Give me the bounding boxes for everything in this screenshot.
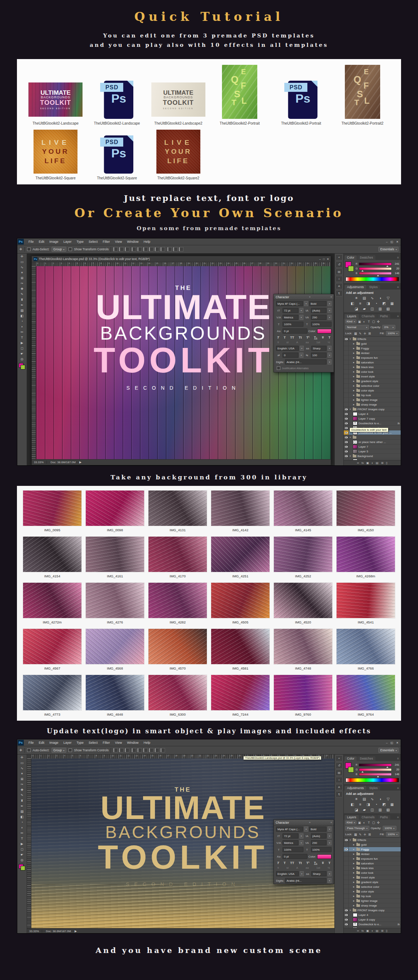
distribute-icon[interactable] bbox=[131, 748, 136, 752]
crop-tool[interactable]: ⊞ bbox=[19, 275, 25, 281]
align-icon[interactable] bbox=[119, 748, 124, 752]
align-icon[interactable] bbox=[125, 748, 129, 752]
adj-curves-icon[interactable]: ∿ bbox=[370, 797, 375, 801]
tracking-field[interactable]: 290 bbox=[311, 840, 327, 845]
library-thumbnail[interactable] bbox=[148, 628, 207, 665]
layer-visibility-toggle[interactable] bbox=[344, 383, 349, 388]
me-setting-field[interactable]: 0 bbox=[282, 353, 298, 358]
adj-brightness-icon[interactable]: ☀ bbox=[354, 296, 359, 300]
expand-arrow-icon[interactable] bbox=[349, 338, 352, 340]
library-item[interactable]: IMG_6300 bbox=[148, 675, 207, 716]
filter-smart-objects-icon[interactable]: ✜ bbox=[376, 821, 380, 824]
expand-arrow-icon[interactable] bbox=[353, 881, 355, 883]
font-style-field[interactable]: Bold bbox=[309, 827, 327, 832]
distribute-icon[interactable] bbox=[149, 247, 153, 251]
layer-row[interactable]: Effects bbox=[344, 838, 401, 842]
marquee-tool[interactable]: ▭ bbox=[19, 259, 25, 265]
library-thumbnail[interactable] bbox=[211, 490, 270, 526]
tab-layers[interactable]: Layers bbox=[345, 815, 359, 820]
underline-icon[interactable]: T bbox=[322, 336, 324, 339]
library-thumbnail[interactable] bbox=[336, 675, 395, 711]
lasso-tool[interactable]: ∿ bbox=[19, 265, 25, 270]
digits-field[interactable]: Arabic (Hi... bbox=[285, 878, 327, 883]
template-landscape2-preview[interactable]: Ps PSD ULTIMATE BACKGROUNDS TOOLKIT SECO… bbox=[148, 64, 209, 125]
template-landscape-psd[interactable]: Ps PSD ULTIMATE BACKGROUNDS TOOLKIT SECO… bbox=[86, 64, 147, 125]
library-thumbnail[interactable] bbox=[148, 582, 207, 619]
filter-type-layers-icon[interactable]: T bbox=[367, 320, 371, 323]
red-slider[interactable] bbox=[359, 262, 392, 266]
layer-visibility-toggle[interactable] bbox=[344, 412, 349, 416]
layer-style-icon[interactable]: fx bbox=[361, 461, 364, 465]
adj-exposure-icon[interactable]: ◑ bbox=[378, 797, 383, 801]
adj-levels-icon[interactable]: ▤ bbox=[362, 296, 367, 300]
distribute-icon[interactable] bbox=[160, 247, 165, 251]
auto-select-checkbox[interactable] bbox=[27, 748, 30, 752]
delete-layer-icon[interactable]: ▯ bbox=[386, 929, 388, 932]
layer-row[interactable]: lighter image bbox=[344, 899, 401, 903]
menu-select[interactable]: Select bbox=[86, 741, 100, 745]
doc-maximize-button[interactable]: □ bbox=[323, 258, 325, 261]
layer-row[interactable]: Layer 7 copy bbox=[344, 416, 401, 421]
horizontal-scale-field[interactable]: 100% bbox=[311, 321, 332, 327]
menu-filter[interactable]: Filter bbox=[100, 741, 112, 745]
layer-row[interactable]: sharp image bbox=[344, 903, 401, 908]
layer-mask-icon[interactable]: ▣ bbox=[366, 929, 369, 932]
library-item[interactable]: IMG_4276 bbox=[85, 582, 145, 624]
distribute-icon[interactable] bbox=[137, 748, 142, 752]
layer-visibility-toggle[interactable] bbox=[344, 355, 349, 360]
clone-stamp-tool[interactable]: ♜ bbox=[19, 798, 25, 803]
tracking-field[interactable]: 290 bbox=[311, 315, 327, 320]
font-style-field[interactable]: Bold bbox=[309, 301, 327, 306]
healing-brush-tool[interactable]: ✚ bbox=[19, 286, 25, 292]
minimize-button[interactable]: – bbox=[386, 240, 388, 243]
adj-threshold-icon[interactable]: ◫ bbox=[370, 808, 375, 812]
menu-window[interactable]: Window bbox=[124, 240, 141, 243]
layer-visibility-toggle[interactable] bbox=[344, 426, 349, 430]
blue-slider[interactable] bbox=[359, 272, 392, 275]
layer-row[interactable]: Foggy bbox=[344, 847, 401, 852]
expand-arrow-icon[interactable] bbox=[353, 853, 355, 855]
new-adjustment-layer-icon[interactable]: ◐ bbox=[372, 461, 373, 465]
expand-arrow-icon[interactable] bbox=[353, 356, 355, 359]
layer-row[interactable]: Doubleclick to e... fx bbox=[344, 922, 401, 927]
menu-file[interactable]: File bbox=[26, 741, 37, 745]
fill-dropdown[interactable]: 100% bbox=[386, 832, 399, 837]
layer-visibility-toggle[interactable] bbox=[344, 861, 349, 865]
adj-gradient-map-icon[interactable]: ▥ bbox=[378, 307, 383, 311]
adj-photo-filter-icon[interactable]: ◔ bbox=[374, 301, 379, 305]
opacity-dropdown[interactable]: 0% bbox=[382, 325, 395, 329]
align-icon[interactable] bbox=[113, 247, 118, 251]
distribute-icon[interactable] bbox=[149, 748, 153, 752]
foreground-background-swatches[interactable] bbox=[19, 363, 25, 369]
font-style-dropdown[interactable]: ▾ bbox=[327, 827, 332, 832]
filter-smart-objects-icon[interactable]: ✜ bbox=[376, 320, 380, 323]
document-title-bar[interactable]: Ps TheUltBGtoolkit2-Landscape.psd @ 33.3… bbox=[32, 256, 331, 262]
layer-row[interactable]: black kiss bbox=[344, 365, 401, 369]
show-transform-checkbox[interactable] bbox=[69, 247, 72, 251]
ot-ordinals-icon[interactable]: 1st bbox=[316, 866, 320, 869]
filter-type-layers-icon[interactable]: T bbox=[367, 821, 371, 824]
adj-vibrance-icon[interactable]: ▽ bbox=[386, 296, 391, 300]
show-transform-checkbox[interactable] bbox=[69, 748, 72, 752]
hand-tool[interactable]: ☛ bbox=[19, 351, 25, 356]
adj-invert-icon[interactable]: ◪ bbox=[354, 808, 359, 812]
gradient-tool[interactable]: ◧ bbox=[19, 313, 25, 319]
delete-layer-icon[interactable]: ▯ bbox=[386, 461, 388, 465]
properties-panel-icon[interactable]: ▤ bbox=[335, 770, 343, 776]
lock-position-icon[interactable]: ✛ bbox=[363, 833, 367, 836]
red-value[interactable]: 241 bbox=[393, 763, 399, 767]
shape-tool[interactable]: ◻ bbox=[19, 847, 25, 852]
adj-hue-icon[interactable]: ◧ bbox=[350, 802, 355, 807]
history-panel-icon[interactable]: ↺ bbox=[335, 261, 343, 267]
library-thumbnail[interactable] bbox=[23, 490, 82, 526]
text-color-swatch[interactable] bbox=[317, 329, 332, 334]
move-tool[interactable]: ✛ bbox=[19, 755, 25, 760]
layer-visibility-toggle[interactable] bbox=[344, 927, 349, 928]
template-square-preview[interactable]: Ps PSD LIVE YOUR LIFE TheUltBGtoolkit2-S… bbox=[25, 125, 86, 180]
layer-visibility-toggle[interactable] bbox=[344, 379, 349, 383]
adj-hue-icon[interactable]: ◧ bbox=[350, 301, 355, 305]
layer-visibility-toggle[interactable] bbox=[344, 407, 349, 411]
ot-titling-icon[interactable]: aa bbox=[306, 866, 309, 869]
library-thumbnail[interactable] bbox=[273, 490, 333, 526]
adj-bw-icon[interactable]: ◨ bbox=[366, 301, 371, 305]
